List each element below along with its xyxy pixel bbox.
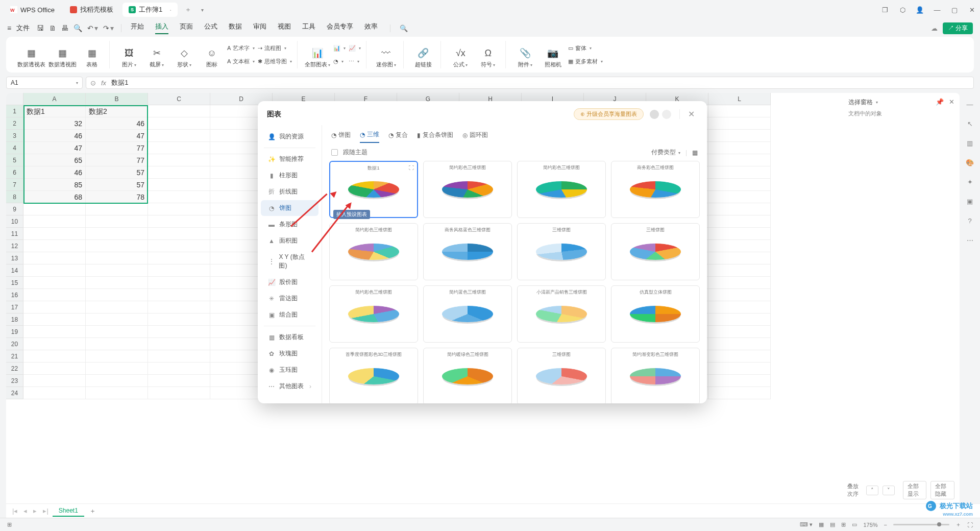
flowchart-button[interactable]: ⇢ 流程图▾ (258, 42, 292, 54)
cell[interactable] (86, 228, 148, 240)
cell[interactable]: 78 (86, 191, 148, 203)
cell[interactable]: 77 (86, 154, 148, 166)
hyperlink-button[interactable]: 🔗超链接 (411, 41, 435, 68)
wordart-button[interactable]: A 艺术字▾ (227, 42, 255, 54)
zoom-slider[interactable] (893, 524, 949, 525)
row-header[interactable]: 19 (6, 326, 23, 338)
row-header[interactable]: 5 (6, 154, 23, 166)
cell[interactable] (708, 301, 771, 313)
cloud-icon[interactable]: ☁ (931, 25, 938, 32)
chart-thumbnail[interactable]: 三维饼图 (611, 223, 700, 280)
chart-category-item[interactable]: 👤我的资源 (261, 129, 318, 144)
chart-category-item[interactable]: ⋮X Y (散点图) (261, 249, 318, 274)
menu-tab-insert[interactable]: 插入 (155, 22, 168, 34)
chart-category-item[interactable]: ▦数据看板 (261, 329, 318, 345)
row-header[interactable]: 22 (6, 363, 23, 375)
chart-thumbnail[interactable]: 仿真型立体饼图 (611, 285, 700, 343)
select-icon[interactable]: ↖ (965, 118, 975, 129)
sparkline-button[interactable]: 〰迷你图▾ (374, 41, 398, 68)
undo-icon[interactable]: ↶▾ (87, 24, 98, 32)
row-header[interactable]: 20 (6, 338, 23, 350)
move-down-button[interactable]: ˅ (883, 486, 895, 495)
cell[interactable] (23, 338, 86, 350)
menu-tab-view[interactable]: 视图 (278, 22, 291, 34)
chart-category-item[interactable]: ◉玉珏图 (261, 362, 318, 378)
last-sheet-icon[interactable]: ▸| (41, 507, 50, 515)
cell[interactable] (23, 326, 86, 338)
redo-icon[interactable]: ↷▾ (103, 24, 114, 32)
cell[interactable]: 65 (23, 154, 86, 166)
pivot-chart-button[interactable]: ▦数据透视图 (48, 41, 77, 68)
chart-thumbnail[interactable]: 商务风格蓝色三维饼图 (423, 223, 512, 280)
cell[interactable] (23, 252, 86, 264)
cell[interactable] (148, 117, 210, 130)
row-header[interactable]: 9 (6, 203, 23, 215)
cell[interactable] (86, 313, 148, 326)
new-tab-button[interactable]: ＋ (181, 3, 195, 17)
chart-thumbnail[interactable]: 小清新产品销售三维饼图 (517, 285, 606, 343)
subtype-tab[interactable]: ◔ 三维 (360, 130, 379, 143)
zoom-value[interactable]: 175% (863, 522, 877, 528)
cell[interactable] (23, 301, 86, 313)
search-icon[interactable]: 🔍 (390, 25, 408, 32)
camera-button[interactable]: 📷照相机 (541, 41, 565, 68)
keyboard-icon[interactable]: ⌨ ▾ (800, 521, 813, 528)
cell[interactable] (148, 387, 210, 399)
cell[interactable] (86, 363, 148, 375)
mode-icon[interactable]: ⊞ (7, 521, 12, 528)
cell[interactable] (708, 387, 771, 399)
shapes-button[interactable]: ◇形状▾ (172, 41, 197, 68)
collapse-icon[interactable]: — (965, 99, 975, 109)
zoom-in-button[interactable]: ＋ (955, 521, 961, 528)
app-tab-wps[interactable]: W WPS Office (4, 3, 61, 17)
equation-button[interactable]: √x公式▾ (448, 41, 473, 68)
cell[interactable] (148, 277, 210, 289)
subtype-tab[interactable]: ▮ 复合条饼图 (417, 131, 453, 142)
column-header[interactable]: L (708, 93, 771, 105)
chart-category-item[interactable]: ▣组合图 (261, 307, 318, 323)
column-header[interactable]: B (86, 93, 148, 105)
formula-input[interactable]: ⊙ fx 数据1 (86, 77, 974, 89)
chart-category-item[interactable]: ✳雷达图 (261, 291, 318, 306)
view-break-icon[interactable]: ⊞ (841, 521, 846, 528)
chart-thumbnail[interactable]: 首季度饼图彩色3D三维饼图 (329, 348, 418, 403)
print-icon[interactable]: 🖶 (61, 24, 68, 32)
cell-reference-input[interactable]: A1▾ (6, 77, 83, 89)
close-icon[interactable]: ✕ (679, 109, 698, 119)
tab-menu-button[interactable]: ▾ (195, 3, 209, 17)
cell[interactable]: 77 (86, 142, 148, 154)
row-header[interactable]: 21 (6, 350, 23, 363)
row-header[interactable]: 12 (6, 240, 23, 252)
cell[interactable] (148, 350, 210, 363)
pay-filter-dropdown[interactable]: 付费类型 ▾ (651, 148, 680, 157)
cell[interactable] (148, 252, 210, 264)
cell[interactable] (708, 166, 771, 179)
icons-button[interactable]: ☺图标 (200, 41, 224, 68)
fx-icon[interactable]: fx (101, 79, 106, 87)
cell[interactable] (708, 350, 771, 363)
next-sheet-icon[interactable]: ▸ (31, 507, 39, 515)
cell[interactable] (86, 375, 148, 387)
chart-thumbnail[interactable]: 简约蓝色三维饼图 (423, 285, 512, 343)
cell[interactable]: 46 (86, 117, 148, 130)
cell[interactable] (148, 154, 210, 166)
menu-tab-data[interactable]: 数据 (229, 22, 242, 34)
other-chart-button[interactable]: ⋯▾ (349, 56, 361, 67)
cell[interactable] (148, 264, 210, 277)
layers-icon[interactable]: ▥ (965, 138, 975, 148)
cell[interactable] (708, 289, 771, 301)
hide-all-button[interactable]: 全部隐藏 (930, 481, 954, 499)
chart-category-item[interactable]: ⋯其他图表› (261, 378, 318, 394)
chart-category-item[interactable]: ✿玫瑰图 (261, 346, 318, 361)
row-header[interactable]: 4 (6, 142, 23, 154)
cell[interactable] (86, 277, 148, 289)
row-header[interactable]: 18 (6, 313, 23, 326)
cell[interactable] (86, 289, 148, 301)
form-control-button[interactable]: ▭ 窗体▾ (568, 42, 603, 54)
view-page-icon[interactable]: ▤ (830, 521, 835, 528)
cell[interactable] (708, 363, 771, 375)
chart-category-item[interactable]: 折折线图 (261, 184, 318, 200)
cell[interactable] (148, 203, 210, 215)
follow-theme-checkbox[interactable] (331, 149, 338, 156)
cell[interactable]: 46 (23, 130, 86, 142)
